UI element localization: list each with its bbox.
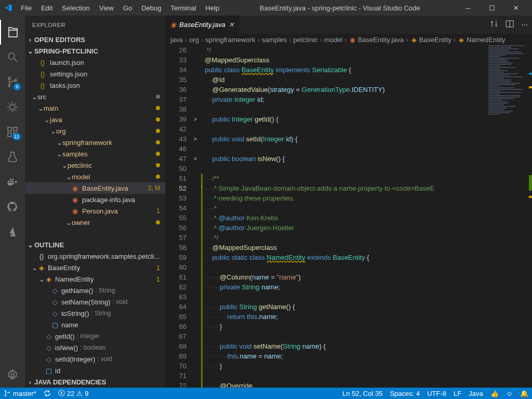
outline-isnew[interactable]: ◇isNew(): boolean <box>25 342 165 353</box>
notifications-icon[interactable]: 🔔 <box>516 388 532 399</box>
crumb-namedentity[interactable]: ◈NamedEntity <box>458 36 505 44</box>
minimap[interactable] <box>485 45 532 388</box>
outline-setid[interactable]: ◇setId(Integer): void <box>25 353 165 365</box>
menu-view[interactable]: View <box>95 2 118 14</box>
java-deps-header[interactable]: ›JAVA DEPENDENCIES <box>25 376 165 388</box>
workspace-header[interactable]: ⌄SPRING-PETCLINIC <box>25 45 165 57</box>
maximize-button[interactable]: ☐ <box>480 0 504 16</box>
menu-debug[interactable]: Debug <box>137 2 165 14</box>
crumb-org[interactable]: org <box>189 36 199 44</box>
outline-label: BaseEntity <box>48 264 80 272</box>
compare-icon[interactable] <box>490 20 498 30</box>
minimize-button[interactable]: ─ <box>456 0 480 16</box>
eol[interactable]: LF <box>450 388 465 399</box>
fold-column[interactable]: >>> <box>194 45 201 388</box>
git-badge: 2, M <box>148 184 160 192</box>
outline-getname[interactable]: ◇getName(): String <box>25 285 165 296</box>
folder-owner[interactable]: ⌄owner <box>25 217 165 228</box>
file-packageinfo[interactable]: ◉package-info.java <box>25 194 165 205</box>
outline-id-field[interactable]: ▢id <box>25 365 165 376</box>
crumb-petclinic[interactable]: petclinic <box>294 36 318 44</box>
split-editor-icon[interactable] <box>506 20 514 30</box>
signature: : boolean <box>80 344 105 351</box>
code-content[interactable]: ·*/@MappedSuperclasspublic·class·BaseEnt… <box>201 45 485 388</box>
folder-label: model <box>72 173 90 181</box>
close-tab-icon[interactable]: ✕ <box>229 21 234 29</box>
menu-terminal[interactable]: Terminal <box>166 2 200 14</box>
menu-selection[interactable]: Selection <box>58 2 94 14</box>
json-icon: {} <box>38 58 47 66</box>
svg-rect-13 <box>12 179 14 180</box>
indentation[interactable]: Spaces: 4 <box>386 388 423 399</box>
menu-edit[interactable]: Edit <box>37 2 57 14</box>
outline-tostring[interactable]: ◇toString(): String <box>25 308 165 319</box>
tab-baseentity[interactable]: ◉ BaseEntity.java ✕ <box>165 16 240 34</box>
crumb-samples[interactable]: samples <box>262 36 287 44</box>
class-icon: ◈ <box>458 36 465 43</box>
crumb-model[interactable]: model <box>324 36 342 44</box>
source-control-icon[interactable]: 8 <box>0 70 25 95</box>
file-tasks-json[interactable]: {}tasks.json <box>25 79 165 91</box>
crumb-springframework[interactable]: springframework <box>205 36 255 44</box>
folder-src[interactable]: ⌄src <box>25 91 165 102</box>
search-icon[interactable] <box>0 45 25 70</box>
feedback-icon[interactable]: ☺ <box>502 388 516 399</box>
sync-button[interactable] <box>40 388 55 399</box>
breadcrumbs[interactable]: java›org›springframework›samples›petclin… <box>165 34 532 45</box>
outline-package[interactable]: {}org.springframework.samples.petcli... <box>25 250 165 262</box>
crumb-java[interactable]: java <box>170 36 183 44</box>
file-person[interactable]: ◉Person.java1 <box>25 205 165 217</box>
encoding[interactable]: UTF-8 <box>423 388 450 399</box>
file-label: tasks.json <box>50 82 80 89</box>
open-editors-header[interactable]: ›OPEN EDITORS <box>25 34 165 45</box>
test-icon[interactable] <box>0 144 25 169</box>
titlebar: FileEditSelectionViewGoDebugTerminalHelp… <box>0 0 532 16</box>
outline-setname[interactable]: ◇setName(String): void <box>25 296 165 308</box>
cursor-position[interactable]: Ln 52, Col 35 <box>339 388 386 399</box>
outline-label: getName() <box>61 287 93 295</box>
folder-model[interactable]: ⌄model <box>25 171 165 182</box>
language-mode[interactable]: Java <box>465 388 486 399</box>
menu-go[interactable]: Go <box>119 2 136 14</box>
lightbulb-icon[interactable]: 💡 <box>201 183 203 193</box>
docker-icon[interactable] <box>0 169 25 194</box>
folder-springframework[interactable]: ⌄springframework <box>25 137 165 148</box>
more-actions-icon[interactable]: ⋯ <box>521 21 528 29</box>
file-label: Person.java <box>82 207 118 215</box>
outline-label: name <box>61 321 78 329</box>
crumb-baseentity[interactable]: ◈BaseEntity <box>410 36 451 44</box>
modified-dot-icon <box>156 152 160 156</box>
debug-icon[interactable] <box>0 95 25 119</box>
sidebar: EXPLORER ›OPEN EDITORS ⌄SPRING-PETCLINIC… <box>25 16 165 388</box>
settings-gear-icon[interactable] <box>0 363 25 388</box>
file-launch-json[interactable]: {}launch.json <box>25 57 165 68</box>
outline-namedentity[interactable]: ⌄◈NamedEntity1 <box>25 273 165 285</box>
folder-java[interactable]: ⌄java <box>25 114 165 125</box>
thumbs-up-icon[interactable]: 👍 <box>487 388 502 399</box>
crumb-baseentity.java[interactable]: ◉BaseEntity.java <box>349 36 404 44</box>
folder-samples[interactable]: ⌄samples <box>25 148 165 159</box>
code-editor[interactable]: 2633343536373839424346475051525354555657… <box>165 45 532 388</box>
folder-org[interactable]: ⌄org <box>25 125 165 137</box>
outline-getid[interactable]: ◇getId(): Integer <box>25 330 165 342</box>
file-baseentity[interactable]: ◉BaseEntity.java2, M <box>25 182 165 194</box>
github-icon[interactable] <box>0 194 25 219</box>
extensions-icon[interactable]: 12 <box>0 119 25 144</box>
close-button[interactable]: ✕ <box>504 0 528 16</box>
outline-baseentity[interactable]: ⌄◈BaseEntity1 <box>25 262 165 273</box>
menu-help[interactable]: Help <box>202 2 224 14</box>
folder-label: petclinic <box>68 162 92 169</box>
folder-label: main <box>44 104 58 112</box>
outline-label: isNew() <box>55 344 78 352</box>
method-icon: ◇ <box>45 344 53 352</box>
outline-header[interactable]: ⌄OUTLINE <box>25 239 165 250</box>
azure-icon[interactable] <box>0 219 25 244</box>
file-settings-json[interactable]: {}settings.json <box>25 68 165 79</box>
explorer-icon[interactable] <box>0 20 25 45</box>
folder-main[interactable]: ⌄main <box>25 102 165 114</box>
folder-petclinic[interactable]: ⌄petclinic <box>25 159 165 171</box>
menu-file[interactable]: File <box>17 2 36 14</box>
problems-button[interactable]: ⓧ22⚠9 <box>55 388 92 399</box>
git-branch[interactable]: master* <box>0 388 40 399</box>
outline-name-field[interactable]: ▢name <box>25 319 165 330</box>
